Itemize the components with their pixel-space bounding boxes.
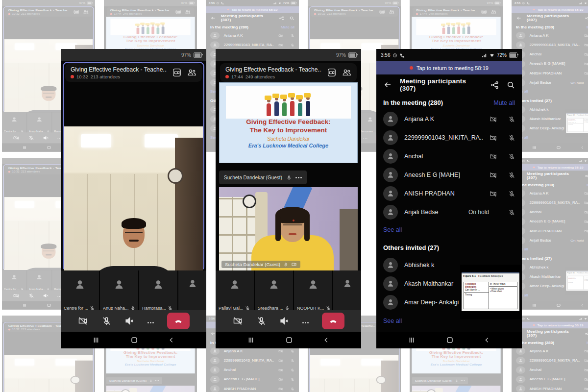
mic-off-button[interactable] — [101, 316, 111, 326]
more-options-button[interactable] — [302, 317, 309, 325]
mic-off-icon[interactable] — [508, 209, 515, 216]
avatar — [383, 168, 398, 182]
shelf — [340, 209, 358, 270]
speaker-glasses — [283, 224, 302, 228]
phone-screenshot-middle: 97% Giving Effective Feedback - Teache..… — [216, 49, 361, 348]
camera-off-button[interactable] — [77, 316, 88, 326]
presenter-mustache — [129, 240, 139, 242]
others-invited-section-header: Others invited (27) — [383, 244, 515, 251]
wifi-icon — [490, 53, 494, 58]
participant-tile[interactable]: Pallavi Gai... — [216, 270, 254, 314]
mute-all-link[interactable]: Mute all — [493, 99, 515, 106]
participant-row[interactable]: Anjali Bedse On hold — [376, 203, 522, 221]
participant-row[interactable]: ANISH PRADHAN — [376, 184, 522, 203]
camera-icon — [291, 262, 297, 267]
participant-tile[interactable]: Anup Naha... — [100, 270, 138, 314]
camera-off-button[interactable] — [232, 316, 243, 326]
participants-icon[interactable] — [187, 68, 196, 77]
battery-icon — [348, 52, 357, 58]
speaker-off-button[interactable] — [124, 316, 134, 326]
participant-tile[interactable]: Sreedhara ... — [255, 270, 293, 314]
participants-icon[interactable] — [342, 68, 351, 77]
others-invited-title: Others invited (27) — [383, 244, 439, 251]
participant-row[interactable]: Anjana A K — [376, 110, 522, 128]
mic-off-icon[interactable] — [508, 116, 515, 123]
see-all-link[interactable]: See all — [383, 226, 402, 233]
camera-off-icon[interactable] — [489, 190, 497, 197]
meeting-title: Giving Effective Feedback - Teache... — [71, 66, 167, 73]
ceiling-light — [145, 134, 178, 147]
mic-off-icon[interactable] — [508, 153, 515, 160]
participants-header: Meeting participants (307) — [376, 74, 522, 95]
back-button[interactable] — [484, 336, 490, 344]
home-button[interactable] — [446, 336, 454, 344]
meeting-timer: 10:32 — [76, 74, 88, 79]
participant-row[interactable]: Aneesh E G [MAHE] — [376, 166, 522, 184]
participant-strip: Pallavi Gai... Sreedhara ... NOOPUR K... — [216, 270, 361, 314]
more-options-icon[interactable] — [295, 177, 302, 178]
back-button[interactable] — [168, 336, 175, 344]
pip-table: Feedback Strategies Can Vary In ... Timi… — [464, 282, 517, 309]
participant-tile[interactable]: NOOPUR K... — [294, 270, 332, 314]
person-icon — [342, 278, 353, 289]
presenter-face — [123, 221, 145, 248]
speaker-lips — [289, 233, 296, 235]
participant-name: Aneesh E G [MAHE] — [404, 172, 483, 178]
alarm-icon — [392, 53, 397, 58]
android-nav-bar — [376, 332, 522, 348]
participant-row[interactable]: 229999901043_NIKITA_RA... — [376, 128, 522, 147]
search-icon[interactable] — [507, 81, 515, 89]
camera-off-icon[interactable] — [489, 134, 497, 142]
phone-screenshot-right: 3:56 72% Tap to return to meeting 58:19 … — [376, 49, 522, 348]
return-to-meeting-banner[interactable]: Tap to return to meeting 58:19 — [376, 61, 522, 74]
mic-off-icon[interactable] — [508, 134, 515, 142]
participant-tile[interactable]: Ramprasa... — [139, 270, 177, 314]
back-button[interactable] — [323, 336, 330, 344]
mic-off-icon[interactable] — [508, 190, 515, 197]
recents-button[interactable] — [247, 336, 255, 344]
banner-text: Tap to return to meeting 58:19 — [416, 65, 489, 71]
meeting-pip-thumbnail[interactable]: Figure 8.1 Feedback Strategies Feedback … — [460, 265, 521, 319]
speaker-video[interactable]: Sucheta Dandekar (Guest) — [219, 187, 358, 270]
recents-button[interactable] — [92, 336, 100, 344]
slide-title-line2: The Key to Improvement — [220, 126, 357, 134]
hang-up-button[interactable] — [322, 313, 344, 329]
participant-tile[interactable] — [333, 270, 361, 314]
bindi — [293, 220, 294, 221]
signal-icon — [482, 53, 487, 58]
mic-off-icon[interactable] — [508, 172, 515, 179]
home-button[interactable] — [130, 336, 138, 344]
speaker-hair — [275, 216, 281, 241]
camera-off-icon[interactable] — [489, 172, 497, 179]
home-button[interactable] — [285, 336, 293, 344]
camera-icon[interactable] — [172, 68, 181, 77]
camera-off-icon[interactable] — [489, 153, 497, 160]
camera-icon[interactable] — [327, 68, 336, 77]
pip-bullet: How often — [490, 290, 516, 293]
person-icon — [307, 278, 319, 291]
share-icon[interactable] — [490, 81, 499, 89]
see-all-link[interactable]: See all — [383, 318, 402, 324]
person-icon — [187, 278, 198, 289]
recording-icon — [71, 75, 74, 78]
camera-off-icon[interactable] — [489, 116, 497, 123]
recents-button[interactable] — [408, 336, 416, 344]
more-options-button[interactable] — [147, 317, 154, 325]
speaker-off-button[interactable] — [279, 316, 289, 326]
in-meeting-section-header: In the meeting (280) Mute all — [383, 99, 515, 106]
pinned-speaker-bar[interactable]: Sucheta Dandekar (Guest) — [219, 171, 307, 184]
battery-icon — [509, 52, 517, 58]
in-meeting-title: In the meeting (280) — [383, 99, 443, 106]
participant-tile[interactable]: Centre for ... — [61, 270, 99, 314]
hang-up-button[interactable] — [167, 313, 190, 329]
attendee-count: 249 attendees — [245, 74, 275, 79]
participant-row[interactable]: Anchal — [376, 147, 522, 166]
avatar — [383, 295, 398, 310]
mic-icon — [283, 262, 288, 267]
mic-off-button[interactable] — [256, 316, 266, 326]
back-arrow-icon[interactable] — [383, 81, 392, 89]
participant-name: Anjana A K — [404, 116, 483, 122]
participant-tile[interactable] — [178, 270, 206, 314]
call-controls — [61, 310, 206, 332]
person-icon — [268, 278, 280, 291]
